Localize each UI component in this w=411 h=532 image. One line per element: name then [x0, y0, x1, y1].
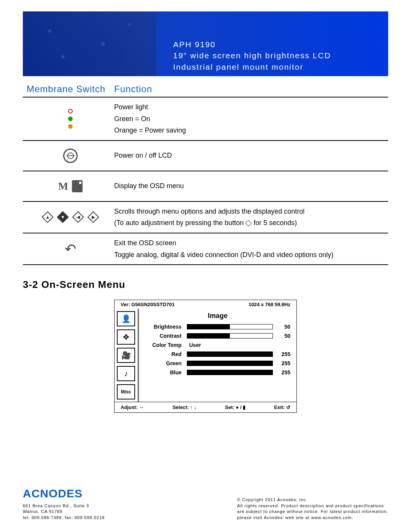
func-text: Display the OSD menu — [114, 180, 388, 192]
osd-hint-exit: Exit: ↺ — [274, 404, 290, 410]
menu-m-icon: M — [58, 180, 68, 192]
func-text: (To auto adjustment by pressing the butt… — [114, 217, 388, 229]
table-row: ⦵ Power on / off LCD — [23, 141, 388, 171]
footer-legal-2: are subject to change without notice. Fo… — [237, 509, 388, 514]
osd-tab-image-icon[interactable]: 👤 — [117, 311, 135, 326]
footer-legal-3: please visit Acnodes' web site at www.ac… — [237, 515, 388, 521]
menu-box-icon — [72, 180, 83, 192]
osd-item-row[interactable]: Contrast50 — [145, 333, 290, 339]
osd-item-row[interactable]: Red255 — [145, 351, 290, 357]
func-text: Power on / off LCD — [114, 150, 388, 161]
product-model: APH 9190 — [173, 39, 331, 50]
product-line3: Industrial panel mount monitor — [173, 61, 331, 72]
footer-address-1: 661 Brea Canyon Rd., Suite 3 — [23, 503, 105, 509]
osd-item-label: Red — [145, 351, 187, 357]
osd-item-value: 255 — [273, 351, 290, 357]
osd-item-label: Blue — [145, 369, 187, 375]
osd-version: Ver: G56SN20SSTD701 — [121, 302, 175, 307]
footer-address-2: Walnut, CA 91789 — [23, 509, 105, 514]
osd-item-row[interactable]: Blue255 — [145, 369, 290, 375]
func-text: Exit the OSD screen — [114, 237, 388, 249]
table-row: ▲ ▼ ◀ ▶ Scrolls through menu options and… — [23, 202, 388, 233]
osd-item-bar[interactable] — [187, 324, 273, 329]
osd-hint-adjust: Adjust: ↔ — [121, 404, 144, 410]
osd-resolution: 1024 x 768 59.8Hz — [249, 302, 290, 307]
power-led-ring-icon — [68, 109, 73, 113]
osd-item-row[interactable]: Green255 — [145, 360, 290, 366]
func-text: Power light — [114, 101, 388, 113]
banner-graphic — [23, 11, 156, 76]
osd-item-bar[interactable] — [187, 370, 273, 375]
osd-item-label: Color Temp — [145, 342, 187, 348]
osd-item-label: Contrast — [145, 333, 187, 339]
osd-item-value: 50 — [273, 324, 290, 330]
func-text: Green = On — [114, 113, 388, 125]
osd-item-text-value: User — [187, 342, 290, 348]
osd-side-tabs: 👤 ✥ 🎥 ♪ Misc — [115, 309, 139, 402]
inline-diamond-icon — [245, 220, 252, 226]
left-diamond-icon: ◀ — [72, 211, 84, 223]
right-diamond-icon: ▶ — [87, 211, 99, 223]
osd-hint-select: Select: ↑ ↓ — [172, 404, 196, 410]
osd-item-row[interactable]: Color TempUser — [145, 342, 290, 348]
banner-text: APH 9190 19" wide screen high brightness… — [173, 39, 331, 72]
osd-tab-misc-icon[interactable]: Misc — [117, 384, 135, 399]
osd-tab-position-icon[interactable]: ✥ — [117, 329, 135, 345]
up-diamond-icon: ▲ — [41, 211, 53, 223]
osd-main-title: Image — [145, 312, 290, 320]
power-button-icon: ⦵ — [63, 149, 78, 163]
power-led-orange-icon — [68, 124, 73, 129]
osd-item-bar[interactable] — [187, 333, 273, 339]
product-line2: 19" wide screen high brightness LCD — [173, 50, 331, 61]
return-icon: ↶ — [65, 241, 76, 257]
power-led-green-icon — [68, 117, 73, 121]
company-logo: ACNODES — [23, 486, 105, 502]
func-text: Scrolls through menu options and adjusts… — [114, 206, 388, 217]
osd-item-row[interactable]: Brightness50 — [145, 324, 290, 330]
osd-item-value: 255 — [273, 360, 290, 366]
osd-item-label: Green — [145, 360, 187, 366]
osd-item-value: 50 — [273, 333, 290, 339]
down-diamond-icon: ▼ — [57, 211, 68, 223]
table-row: Power light Green = On Orange = Power sa… — [23, 97, 388, 141]
osd-item-bar[interactable] — [187, 361, 273, 366]
func-text: Toggle analog, digital & video connectio… — [114, 249, 388, 261]
osd-item-bar[interactable] — [187, 351, 273, 357]
osd-item-label: Brightness — [145, 324, 187, 330]
footer-legal-1: All rights reserved. Product description… — [237, 503, 388, 509]
switch-function-table: Membrane Switch Function Power light Gre… — [23, 84, 388, 265]
header-banner: APH 9190 19" wide screen high brightness… — [23, 11, 388, 76]
footer-copyright: © Copyright 2011 Acnodes, Inc. — [237, 497, 388, 503]
osd-hint-set: Set: ● / ▮ — [225, 404, 245, 410]
table-header-switch: Membrane Switch — [23, 84, 114, 94]
table-row: ↶ Exit the OSD screen Toggle analog, dig… — [23, 233, 388, 265]
osd-tab-audio-icon[interactable]: ♪ — [117, 366, 135, 381]
table-header-function: Function — [114, 84, 388, 94]
section-title: 3-2 On-Screen Menu — [23, 279, 388, 291]
table-row: M Display the OSD menu — [23, 171, 388, 202]
footer-tel: tel: 909.598.7388, fax: 909.598.0218 — [23, 515, 105, 521]
osd-item-value: 255 — [273, 369, 290, 375]
osd-tab-video-icon[interactable]: 🎥 — [117, 348, 135, 363]
osd-panel: Ver: G56SN20SSTD701 1024 x 768 59.8Hz 👤 … — [114, 300, 297, 413]
footer: ACNODES 661 Brea Canyon Rd., Suite 3 Wal… — [23, 486, 388, 521]
func-text: Orange = Power saving — [114, 125, 388, 136]
